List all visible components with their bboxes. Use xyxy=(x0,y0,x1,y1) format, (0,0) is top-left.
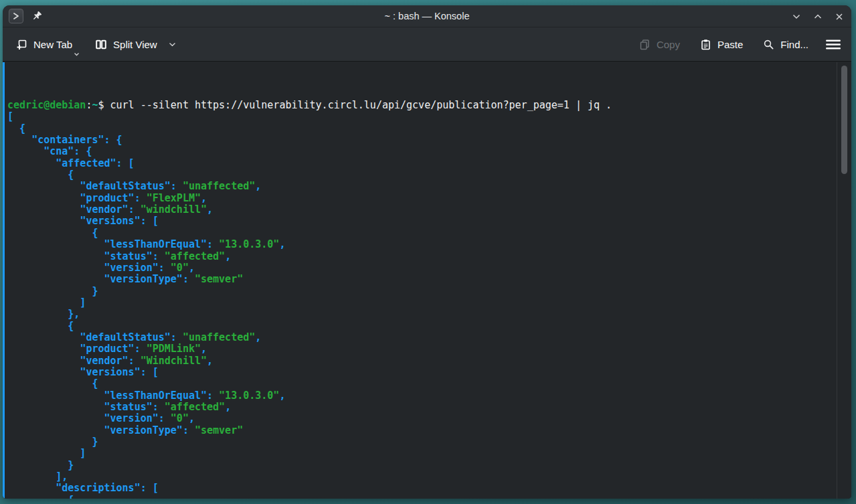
terminal-line: "versions": [ xyxy=(7,216,851,227)
terminal-line: "affected": [ xyxy=(7,158,851,169)
terminal-line: "descriptions": [ xyxy=(7,483,851,494)
terminal-line: { xyxy=(7,378,851,390)
scrollbar[interactable] xyxy=(837,62,851,499)
titlebar[interactable]: ~ : bash — Konsole xyxy=(3,5,851,27)
terminal-line: "lessThanOrEqual": "13.0.3.0", xyxy=(7,390,851,402)
terminal-line: "version": "0", xyxy=(7,413,851,424)
find-label: Find... xyxy=(780,39,808,50)
terminal-line: "lessThanOrEqual": "13.0.3.0", xyxy=(7,239,851,250)
copy-icon xyxy=(639,39,651,50)
copy-button[interactable]: Copy xyxy=(634,33,685,56)
terminal-line: "version": "0", xyxy=(7,262,851,274)
terminal-line: "versions": [ xyxy=(7,367,851,378)
terminal-line: } xyxy=(7,286,851,297)
close-button[interactable] xyxy=(833,11,845,22)
terminal-line: [ xyxy=(7,111,851,122)
new-tab-button[interactable]: New Tab xyxy=(11,33,78,56)
konsole-window: ~ : bash — Konsole xyxy=(3,5,851,499)
terminal-line: "defaultStatus": "unaffected", xyxy=(7,181,851,192)
terminal-line: { xyxy=(7,228,851,239)
terminal-line: ], xyxy=(7,471,851,483)
scrollbar-thumb[interactable] xyxy=(841,66,847,174)
hamburger-menu-button[interactable] xyxy=(823,34,843,55)
close-icon xyxy=(834,11,845,22)
terminal-line: "cna": { xyxy=(7,146,851,157)
terminal-line: "vendor": "Windchill", xyxy=(7,355,851,367)
terminal-line: "status": "affected", xyxy=(7,251,851,262)
paste-button[interactable]: Paste xyxy=(695,33,748,56)
terminal-line: "product": "FlexPLM", xyxy=(7,193,851,204)
chevron-down-icon xyxy=(791,11,802,22)
terminal-line: "containers": { xyxy=(7,135,851,146)
paste-icon xyxy=(700,39,711,50)
terminal-output[interactable]: cedric@debian:~$ curl --silent https://v… xyxy=(3,62,851,499)
window-title: ~ : bash — Konsole xyxy=(3,11,851,21)
split-view-label: Split View xyxy=(113,39,157,50)
find-button[interactable]: Find... xyxy=(758,33,814,56)
new-tab-label: New Tab xyxy=(33,39,72,50)
terminal-line: "vendor": "windchill", xyxy=(7,204,851,216)
terminal-line: "defaultStatus": "unaffected", xyxy=(7,332,851,343)
terminal-line: { xyxy=(7,495,851,499)
maximize-button[interactable] xyxy=(812,11,823,22)
minimize-button[interactable] xyxy=(790,11,802,22)
terminal-line: ] xyxy=(7,448,851,459)
terminal-line: }, xyxy=(7,309,851,320)
split-view-icon xyxy=(95,39,107,50)
terminal-line: cedric@debian:~$ curl --silent https://v… xyxy=(7,100,851,111)
terminal-line: } xyxy=(7,436,851,448)
terminal-line: ] xyxy=(7,297,851,309)
split-view-button[interactable]: Split View xyxy=(90,33,181,56)
copy-label: Copy xyxy=(657,39,680,50)
terminal-line: } xyxy=(7,460,851,471)
chevron-up-icon xyxy=(812,11,823,22)
chevron-down-icon xyxy=(169,42,176,47)
new-tab-icon xyxy=(16,39,27,50)
terminal-line: "versionType": "semver" xyxy=(7,274,851,285)
terminal-line: "versionType": "semver" xyxy=(7,425,851,436)
terminal-line: "product": "PDMLink", xyxy=(7,343,851,355)
terminal-line: { xyxy=(7,169,851,181)
focus-indicator xyxy=(3,62,5,499)
terminal-line: { xyxy=(7,321,851,332)
terminal-line: "status": "affected", xyxy=(7,402,851,413)
terminal-line: { xyxy=(7,123,851,135)
search-icon xyxy=(763,39,774,50)
menu-caret-icon xyxy=(74,52,80,56)
toolbar: New Tab Split View xyxy=(3,27,851,62)
hamburger-menu-icon xyxy=(826,39,841,50)
paste-label: Paste xyxy=(717,39,743,50)
